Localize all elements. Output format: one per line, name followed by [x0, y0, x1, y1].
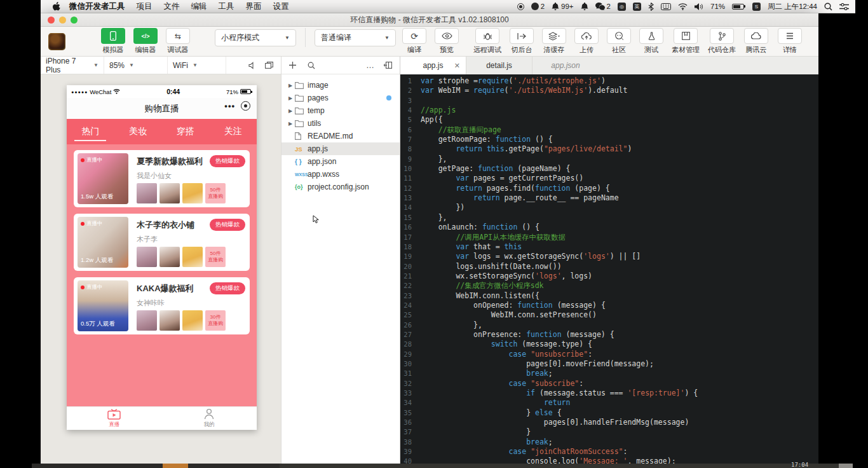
wechat-icon[interactable] [595, 3, 605, 10]
host-thumbnail[interactable]: 直播中 1.5w 人观看 [78, 153, 128, 204]
minimize-window-button[interactable] [59, 17, 66, 24]
bluetooth-icon[interactable] [648, 3, 654, 11]
code-line[interactable]: 29 case "unsubscribe": [400, 350, 818, 359]
material-manage-button[interactable]: 素材管理 [672, 28, 700, 55]
spotlight-search-icon[interactable] [824, 3, 832, 11]
mode-select[interactable]: 小程序模式▼ [215, 29, 296, 46]
tab-outfit[interactable]: 穿搭 [162, 119, 210, 144]
tencent-cloud-button[interactable]: 腾讯云 [744, 28, 768, 55]
code-line[interactable]: 14 }) [400, 203, 818, 212]
dock-app-sliver[interactable] [163, 464, 188, 468]
background-switch-button[interactable]: 切后台 [510, 28, 534, 55]
upload-button[interactable]: 上传 [574, 28, 599, 55]
product-thumb[interactable] [159, 247, 180, 267]
product-thumb[interactable] [182, 310, 203, 331]
device-select[interactable]: iPhone 7 Plus▼ [41, 57, 104, 74]
tree-file-projectconfig[interactable]: {o} project.config.json [281, 181, 400, 193]
mute-icon[interactable] [248, 62, 256, 69]
add-file-icon[interactable] [289, 62, 296, 69]
live-card[interactable]: 直播中 0.5万 人观看 KAKA爆款福利 热销爆款 女神咔咔 30件直播购 [74, 277, 250, 334]
buy-box[interactable]: 30件直播购 [205, 310, 226, 331]
code-line[interactable]: 24 onOpened: function (message) { [400, 301, 818, 310]
code-line[interactable]: 4//app.js [400, 106, 818, 115]
ime-app-icon[interactable]: ◎ [618, 3, 626, 11]
code-line[interactable]: 18 var that = this [400, 242, 818, 252]
product-thumb[interactable] [137, 247, 157, 267]
editor-tab-detailjs[interactable]: detail.js [466, 57, 532, 74]
code-line[interactable]: 20 logs.unshift(Date.now()) [400, 262, 818, 272]
product-thumb[interactable] [137, 183, 157, 203]
remote-debug-button[interactable]: 远程调试 [473, 28, 501, 55]
test-button[interactable]: 测试 [639, 28, 663, 55]
code-line[interactable]: 8 return this.getPage("pages/live/detail… [400, 144, 818, 154]
tabbar-live[interactable]: 直播 [67, 407, 162, 430]
network-select[interactable]: WiFi▼ [168, 57, 226, 74]
code-repo-button[interactable]: 代码仓库 [708, 28, 736, 55]
details-button[interactable]: 详情 [778, 28, 802, 55]
control-center-icon[interactable] [839, 3, 849, 10]
detach-window-icon[interactable] [265, 62, 273, 69]
host-thumbnail[interactable]: 直播中 1.2w 人观看 [78, 217, 128, 268]
live-card[interactable]: 直播中 1.5w 人观看 夏季新款爆款福利 热销爆款 我是小仙女 50件直播购 [74, 150, 250, 207]
code-line[interactable]: 27 onPresence: function (message) { [400, 330, 818, 340]
product-thumb[interactable] [159, 183, 180, 203]
product-thumb[interactable] [182, 183, 203, 203]
menubar-clock[interactable]: 周二 上午12:44 [768, 2, 817, 11]
compile-button[interactable]: ⟳ 编译 [402, 28, 426, 55]
code-line[interactable]: 11 var pages = getCurrentPages() [400, 174, 818, 183]
zoom-window-button[interactable] [71, 17, 78, 24]
close-tab-icon[interactable]: ✕ [454, 62, 460, 70]
code-line[interactable]: 35 } else { [400, 408, 818, 418]
code-line[interactable]: 28 switch (message.type) { [400, 340, 818, 349]
menu-item[interactable]: 编辑 [191, 1, 207, 12]
code-line[interactable]: 19 var logs = wx.getStorageSync('logs') … [400, 252, 818, 261]
code-line[interactable]: 40 console.log('Message: ', message); [400, 457, 818, 464]
code-line[interactable]: 7 getRoomPage: function () { [400, 135, 818, 144]
product-thumb[interactable] [159, 310, 180, 331]
more-actions-icon[interactable]: … [366, 60, 375, 70]
bell-icon-2[interactable] [581, 3, 588, 11]
host-thumbnail[interactable]: 直播中 0.5万 人观看 [78, 280, 128, 331]
menu-item[interactable]: 项目 [137, 1, 153, 12]
code-line[interactable]: 5App({ [400, 115, 818, 125]
tab-hot[interactable]: 热门 [67, 119, 114, 144]
code-line[interactable]: 2var WebIM = require('./utils/WebIM.js')… [400, 86, 818, 95]
tree-file-appjson[interactable]: { } app.json [281, 155, 400, 168]
code-line[interactable]: 21 wx.setStorageSync('logs', logs) [400, 272, 818, 281]
menu-app-name[interactable]: 微信开发者工具 [69, 1, 125, 12]
code-line[interactable]: 37 } [400, 427, 818, 437]
menu-item[interactable]: 设置 [273, 1, 289, 12]
proxy-app-icon[interactable]: S [752, 3, 761, 11]
code-line[interactable]: 12 return pages.find(function (page) { [400, 184, 818, 193]
close-window-button[interactable] [48, 17, 55, 24]
tree-file-appjs[interactable]: JS app.js [281, 142, 400, 155]
menu-item[interactable]: 文件 [164, 1, 180, 12]
live-card[interactable]: 直播中 1.2w 人观看 木子李的衣小铺 热销爆款 木子李 50件直播购 [74, 214, 250, 271]
search-icon[interactable] [308, 62, 315, 69]
code-line[interactable]: 13 return page.__route__ == pageName [400, 193, 818, 203]
bell-icon[interactable] [552, 3, 559, 11]
screen-record-icon[interactable] [517, 3, 524, 10]
simulator-toggle-button[interactable]: 模拟器 [101, 28, 125, 55]
code-line[interactable]: 34 return [400, 398, 818, 408]
code-line[interactable]: 6 //获取直播间page [400, 125, 818, 135]
debugger-toggle-button[interactable]: ⇆ 调试器 [166, 28, 190, 55]
code-line[interactable]: 25 WebIM.conn.setPresence() [400, 310, 818, 320]
code-line[interactable]: 1var strophe =require('./utils/strophe.j… [400, 76, 818, 86]
editor-tab-appjson[interactable]: app.json [532, 57, 599, 74]
product-thumb[interactable] [137, 310, 157, 331]
tree-file-appwxss[interactable]: WXSS app.wxss [281, 168, 400, 181]
code-line[interactable]: 32 case "subscribe": [400, 379, 818, 389]
code-line[interactable]: 10 getPage: function (pageName) { [400, 164, 818, 174]
code-line[interactable]: 38 break; [400, 437, 818, 447]
vpn-icon[interactable] [531, 3, 539, 10]
tab-beauty[interactable]: 美妆 [114, 119, 162, 144]
buy-box[interactable]: 50件直播购 [205, 183, 226, 203]
capsule-close-icon[interactable] [241, 101, 250, 111]
code-line[interactable]: 31 break; [400, 369, 818, 378]
tree-folder-image[interactable]: ▶ image [281, 79, 400, 92]
menu-item[interactable]: 界面 [246, 1, 262, 12]
editor-tab-appjs[interactable]: app.js ✕ [400, 57, 466, 74]
dock-strip[interactable]: 17:04 [32, 464, 853, 468]
ime-lang-icon[interactable]: 英 [633, 3, 641, 11]
